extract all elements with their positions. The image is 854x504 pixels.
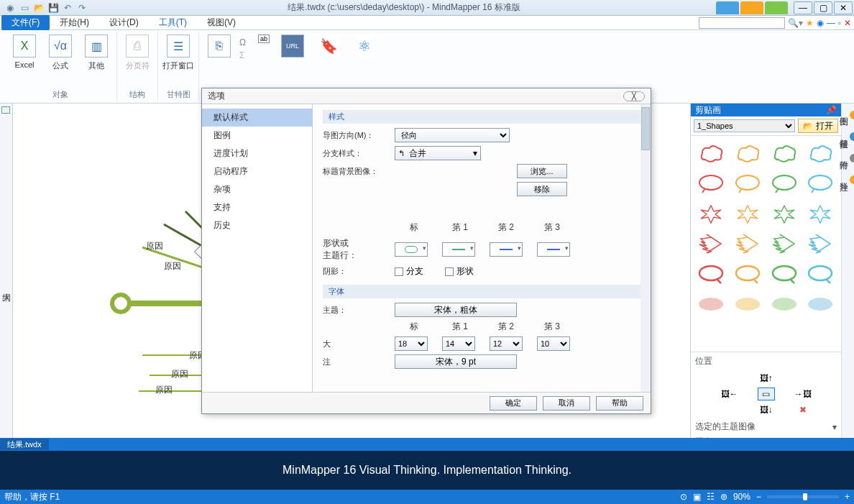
pos-top[interactable]: 🖼↑ <box>758 372 775 385</box>
clipart-item[interactable] <box>804 291 836 317</box>
undo-icon[interactable]: ↶ <box>62 2 73 14</box>
nav-startup[interactable]: 启动程序 <box>202 162 312 180</box>
ribbon-excel[interactable]: XExcel <box>9 35 40 69</box>
search-icon[interactable]: 🔍▾ <box>788 18 803 28</box>
menu-home[interactable]: 开始(H) <box>50 15 99 30</box>
inner-restore-icon[interactable]: ▫ <box>838 18 841 28</box>
ribbon-formula[interactable]: √α公式 <box>45 35 76 71</box>
sidetab-note[interactable]: 注释 <box>837 173 854 188</box>
open-icon[interactable]: 📂 <box>33 2 45 14</box>
clipart-item[interactable] <box>695 291 727 317</box>
clipart-item[interactable] <box>732 201 763 226</box>
ribbon-register[interactable]: ⚛ <box>349 35 380 60</box>
shape-l2-select[interactable] <box>490 242 523 257</box>
ribbon-openwindow[interactable]: ☰打开窗口 <box>162 35 194 71</box>
size-l3-select[interactable]: 10 <box>537 336 570 351</box>
cancel-button[interactable]: 取消 <box>543 396 590 411</box>
clipart-item[interactable] <box>768 170 800 196</box>
size-l2-select[interactable]: 12 <box>490 336 523 351</box>
sidetab-gallery[interactable]: 图例 <box>837 108 854 124</box>
ribbon-screencapture[interactable]: ⎘ <box>203 35 235 60</box>
ribbon-tag[interactable]: 🔖 <box>313 35 344 60</box>
clipart-item[interactable] <box>804 231 836 257</box>
clipart-item[interactable] <box>768 201 800 226</box>
minimize-button[interactable]: — <box>794 1 812 14</box>
status-icon[interactable]: ⊚ <box>720 492 727 502</box>
pos-bottom[interactable]: 🖼↓ <box>758 403 775 416</box>
pos-left[interactable]: 🖼← <box>721 388 738 400</box>
inner-minimize-icon[interactable]: — <box>827 18 835 28</box>
size-std-select[interactable]: 18 <box>395 336 428 351</box>
shape-l1-select[interactable] <box>442 242 475 257</box>
clipart-category-select[interactable]: 1_Shapes <box>694 119 795 132</box>
clipart-item[interactable] <box>695 140 727 166</box>
search-input[interactable] <box>699 17 785 29</box>
clipart-item[interactable] <box>768 261 800 287</box>
clipart-open-button[interactable]: 📂 打开 <box>798 119 838 133</box>
pos-right[interactable]: →🖼 <box>794 388 812 400</box>
clipart-item[interactable] <box>804 140 836 166</box>
dialog-scrollbar[interactable] <box>640 104 651 392</box>
shadow-branch-checkbox[interactable]: 分支 <box>395 265 423 278</box>
menu-file[interactable]: 文件(F) <box>1 15 50 30</box>
topic-font-button[interactable]: 宋体，粗体 <box>395 303 517 317</box>
nav-schedule[interactable]: 进度计划 <box>202 145 312 162</box>
pos-delete[interactable]: ✖ <box>794 403 812 416</box>
close-button[interactable]: ✕ <box>834 1 853 14</box>
clipart-item[interactable] <box>804 261 836 287</box>
clipart-item[interactable] <box>695 201 727 226</box>
doc-tab[interactable]: 结果.twdx <box>0 439 49 450</box>
note-font-button[interactable]: 宋体，9 pt <box>395 354 517 369</box>
nav-legend[interactable]: 图例 <box>202 127 312 145</box>
nav-misc[interactable]: 杂项 <box>202 180 312 198</box>
menu-design[interactable]: 设计(D) <box>99 15 149 30</box>
status-icon[interactable]: ⊙ <box>680 492 687 502</box>
zoom-slider[interactable] <box>767 495 839 498</box>
menu-view[interactable]: 视图(V) <box>197 15 246 30</box>
clipart-item[interactable] <box>695 261 727 287</box>
dropdown-icon[interactable]: ▾ <box>832 422 837 432</box>
help-icon[interactable]: ◉ <box>817 18 824 28</box>
browse-button[interactable]: 浏览... <box>517 164 567 178</box>
shadow-shape-checkbox[interactable]: 形状 <box>445 265 474 278</box>
clipart-item[interactable] <box>804 170 836 196</box>
dialog-close-button[interactable]: ╳ <box>623 91 645 101</box>
status-icon[interactable]: ☷ <box>707 492 715 502</box>
nav-support[interactable]: 支持 <box>202 198 312 216</box>
ribbon-genweburl[interactable]: URL <box>277 35 308 60</box>
size-l1-select[interactable]: 14 <box>442 336 475 351</box>
ribbon-fields[interactable]: ab <box>258 35 272 43</box>
maximize-button[interactable]: ▢ <box>814 1 832 14</box>
star-icon[interactable]: ★ <box>806 18 814 28</box>
clipart-item[interactable] <box>768 231 800 257</box>
nav-default-style[interactable]: 默认样式 <box>202 109 312 127</box>
clipart-item[interactable] <box>695 231 727 257</box>
clipart-item[interactable] <box>732 231 763 257</box>
menu-tools[interactable]: 工具(T) <box>149 15 197 30</box>
inner-close-icon[interactable]: ✕ <box>844 18 851 28</box>
redo-icon[interactable]: ↷ <box>76 2 88 14</box>
clipart-item[interactable] <box>732 291 763 317</box>
zoom-out-icon[interactable]: − <box>756 492 761 502</box>
clipart-item[interactable] <box>768 140 800 166</box>
new-icon[interactable]: ▭ <box>19 2 30 14</box>
clipart-item[interactable] <box>732 261 763 287</box>
ok-button[interactable]: 确定 <box>490 396 537 411</box>
ribbon-specialchar[interactable]: Ω <box>239 37 254 49</box>
branch-style-select[interactable]: ↰ 合并▾ <box>395 146 481 160</box>
zoom-in-icon[interactable]: + <box>845 492 850 502</box>
remove-button[interactable]: 移除 <box>517 182 567 196</box>
shape-l3-select[interactable] <box>537 242 570 257</box>
shape-std-select[interactable] <box>395 242 428 257</box>
clipart-item[interactable] <box>695 170 727 196</box>
clipart-item[interactable] <box>732 170 763 196</box>
sidetab-hyperlink[interactable]: 超链接 <box>837 129 854 145</box>
nav-history[interactable]: 历史 <box>202 216 312 234</box>
map-direction-select[interactable]: 径向 <box>395 128 510 142</box>
status-icon[interactable]: ▣ <box>693 492 701 502</box>
pos-center[interactable]: ▭ <box>758 388 775 400</box>
pin-icon[interactable]: 📌 <box>826 105 837 115</box>
clipart-item[interactable] <box>768 291 800 317</box>
clipart-item[interactable] <box>804 201 836 226</box>
outline-sidebar[interactable]: 大纲 <box>0 104 13 451</box>
